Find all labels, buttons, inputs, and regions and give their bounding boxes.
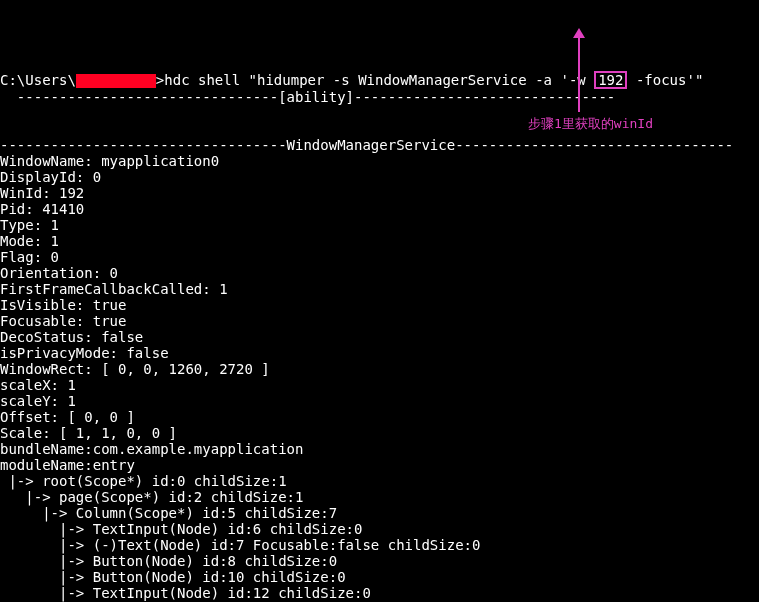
redacted-username [76,74,156,88]
prop-isprivacy: isPrivacyMode: false [0,345,169,361]
annotation-arrow [578,30,580,112]
prop-scale: Scale: [ 1, 1, 0, 0 ] [0,425,177,441]
prop-focusable: Focusable: true [0,313,126,329]
prop-orientation: Orientation: 0 [0,265,118,281]
prop-windowname: WindowName: myapplication0 [0,153,219,169]
divider-service: ----------------------------------Window… [0,137,733,153]
prop-winid: WinId: 192 [0,185,84,201]
command-before: hdc shell "hidumper -s WindowManagerServ… [164,72,594,88]
tree-line: |-> Button(Node) id:8 childSize:0 [0,553,337,569]
prompt-prefix: C:\Users\ [0,72,76,88]
prop-scalex: scaleX: 1 [0,377,76,393]
prop-bundlename: bundleName:com.example.myapplication [0,441,303,457]
command-after: -focus'" [627,72,703,88]
tree-line: |-> TextInput(Node) id:6 childSize:0 [0,521,362,537]
divider-ability: -------------------------------[ability]… [0,89,615,105]
prop-scaley: scaleY: 1 [0,393,76,409]
prop-decostatus: DecoStatus: false [0,329,143,345]
prop-type: Type: 1 [0,217,59,233]
tree-line: |-> Button(Node) id:10 childSize:0 [0,569,346,585]
prop-firstframe: FirstFrameCallbackCalled: 1 [0,281,228,297]
prop-displayid: DisplayId: 0 [0,169,101,185]
annotation-text: 步骤1里获取的winId [528,116,653,132]
prop-windowrect: WindowRect: [ 0, 0, 1260, 2720 ] [0,361,270,377]
prop-mode: Mode: 1 [0,233,59,249]
terminal-output: C:\Users\>hdc shell "hidumper -s WindowM… [0,72,733,602]
tree-line: |-> root(Scope*) id:0 childSize:1 [0,473,287,489]
prop-flag: Flag: 0 [0,249,59,265]
tree-line: |-> (-)Text(Node) id:7 Focusable:false c… [0,537,480,553]
tree-line: |-> Column(Scope*) id:5 childSize:7 [0,505,337,521]
tree-line: |-> page(Scope*) id:2 childSize:1 [0,489,303,505]
prop-pid: Pid: 41410 [0,201,84,217]
tree-line: |-> TextInput(Node) id:12 childSize:0 [0,585,371,601]
prop-offset: Offset: [ 0, 0 ] [0,409,135,425]
prop-modulename: moduleName:entry [0,457,135,473]
prop-isvisible: IsVisible: true [0,297,126,313]
highlighted-winid: 192 [594,71,627,89]
